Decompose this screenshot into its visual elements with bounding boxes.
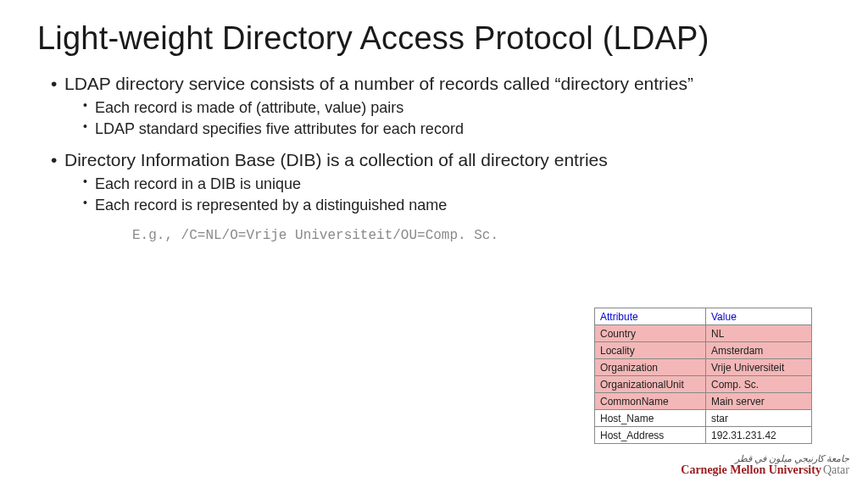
cell-attr: Country [595, 325, 706, 342]
header-value: Value [706, 308, 812, 325]
footer-arabic-text: جامعة كارنيجي ميلون في قطر [681, 454, 849, 463]
bullet-item: Directory Information Base (DIB) is a co… [51, 148, 817, 216]
sub-bullet-item: Each record in a DIB is unique [83, 174, 817, 195]
footer-university: Carnegie Mellon UniversityQatar [681, 464, 849, 476]
slide-title: Light-weight Directory Access Protocol (… [0, 0, 868, 65]
cell-value: NL [706, 325, 812, 342]
bullet-text: Directory Information Base (DIB) is a co… [64, 150, 608, 169]
cell-value: 192.31.231.42 [706, 427, 812, 444]
footer-logo: جامعة كارنيجي ميلون في قطر Carnegie Mell… [681, 454, 849, 476]
table-row: Host_Name star [595, 410, 812, 427]
cell-value: Amsterdam [706, 342, 812, 359]
bullet-item: LDAP directory service consists of a num… [51, 72, 817, 140]
cell-value: Comp. Sc. [706, 376, 812, 393]
table-row: Country NL [595, 325, 812, 342]
table-row: Host_Address 192.31.231.42 [595, 427, 812, 444]
cell-attr: CommonName [595, 393, 706, 410]
table-row: CommonName Main server [595, 393, 812, 410]
slide-body: LDAP directory service consists of a num… [0, 65, 868, 243]
header-attribute: Attribute [595, 308, 706, 325]
table-row: Locality Amsterdam [595, 342, 812, 359]
bullet-text: LDAP directory service consists of a num… [64, 74, 693, 93]
sub-bullet-list: Each record is made of (attribute, value… [64, 97, 817, 140]
cell-attr: Locality [595, 342, 706, 359]
sub-bullet-item: Each record is represented by a distingu… [83, 195, 817, 216]
sub-bullet-item: Each record is made of (attribute, value… [83, 97, 817, 119]
bullet-list: LDAP directory service consists of a num… [51, 72, 817, 216]
footer-qatar: Qatar [823, 463, 849, 476]
attribute-table-wrap: Attribute Value Country NL Locality Amst… [594, 308, 812, 444]
cell-value: Vrije Universiteit [706, 359, 812, 376]
sub-bullet-list: Each record in a DIB is unique Each reco… [64, 174, 817, 216]
cell-attr: Organization [595, 359, 706, 376]
footer-cmu: Carnegie Mellon University [681, 463, 821, 476]
table-row: OrganizationalUnit Comp. Sc. [595, 376, 812, 393]
sub-bullet-item: LDAP standard specifies five attributes … [83, 119, 817, 140]
example-code: E.g., /C=NL/O=Vrije Universiteit/OU=Comp… [51, 225, 817, 243]
cell-value: Main server [706, 393, 812, 410]
table-row: Organization Vrije Universiteit [595, 359, 812, 376]
cell-attr: Host_Address [595, 427, 706, 444]
table-header-row: Attribute Value [595, 308, 812, 325]
cell-value: star [706, 410, 812, 427]
cell-attr: Host_Name [595, 410, 706, 427]
attribute-table: Attribute Value Country NL Locality Amst… [594, 308, 812, 444]
cell-attr: OrganizationalUnit [595, 376, 706, 393]
